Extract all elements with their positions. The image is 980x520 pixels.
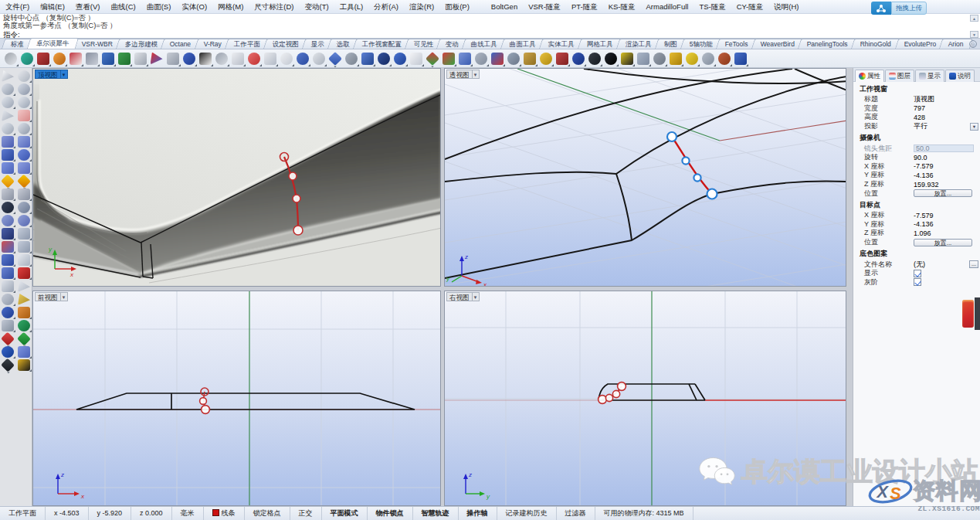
ribbon-tab[interactable]: WeaverBird bbox=[751, 39, 804, 49]
ribbon-tab[interactable]: PanelingTools bbox=[798, 39, 857, 49]
viewport-front[interactable]: z x 前视图▼ bbox=[32, 291, 441, 506]
viewport-perspective[interactable]: z y x 透视图▼ bbox=[444, 68, 846, 287]
menu-item[interactable]: ArmadilloFull bbox=[641, 0, 694, 14]
menu-item[interactable]: 变动(T) bbox=[300, 0, 334, 14]
status-cell[interactable]: 操作轴 bbox=[459, 507, 497, 520]
cube-icon[interactable] bbox=[2, 254, 14, 266]
boolean-icon[interactable] bbox=[2, 202, 14, 213]
grayscale-checkbox[interactable] bbox=[914, 278, 921, 286]
cylinder-icon[interactable] bbox=[2, 162, 14, 174]
ribbon-tab[interactable]: Arion bbox=[939, 39, 973, 49]
drop-icon[interactable] bbox=[183, 53, 195, 65]
spiral-icon[interactable] bbox=[653, 53, 666, 65]
ribbon-tab[interactable]: EvolutePro bbox=[894, 39, 945, 49]
a-circle-icon[interactable] bbox=[605, 53, 617, 65]
tree-icon[interactable] bbox=[18, 320, 30, 331]
red-arrows-icon[interactable] bbox=[1, 332, 15, 346]
molecule-icon[interactable] bbox=[507, 53, 520, 65]
ring-arrow-icon[interactable] bbox=[215, 53, 228, 65]
browse-button[interactable]: ... bbox=[969, 260, 978, 268]
pair-icon[interactable] bbox=[2, 294, 14, 305]
fillet-icon[interactable] bbox=[2, 189, 14, 200]
ribbon-tab[interactable]: 多边形建模 bbox=[116, 39, 168, 49]
menu-item[interactable]: 实体(O) bbox=[176, 0, 212, 14]
blue-c-icon[interactable] bbox=[2, 307, 14, 318]
command-scrollbar[interactable]: ▲ ▼ bbox=[970, 15, 978, 38]
point-icon[interactable] bbox=[18, 70, 30, 82]
menu-item[interactable]: 说明(H) bbox=[768, 0, 804, 14]
status-cell[interactable]: x -4.503 bbox=[46, 507, 89, 520]
boolean2-icon[interactable] bbox=[18, 202, 30, 213]
status-cell[interactable]: z 0.000 bbox=[131, 507, 172, 520]
check-icon[interactable] bbox=[18, 280, 30, 292]
explode-icon[interactable] bbox=[17, 175, 31, 189]
ribbon-tab[interactable]: 设定视图 bbox=[263, 39, 308, 49]
viewport-right[interactable]: z y 右视图▼ bbox=[444, 291, 846, 506]
status-cell[interactable]: 记录建构历史 bbox=[497, 507, 557, 520]
green-arrows-icon[interactable] bbox=[17, 332, 31, 346]
field-value[interactable]: -7.579 bbox=[914, 162, 934, 170]
bw-checker-icon[interactable] bbox=[199, 53, 212, 65]
wallpaper-file-value[interactable]: (无) bbox=[914, 260, 925, 270]
menu-item[interactable]: 尺寸标注(D) bbox=[249, 0, 299, 14]
menu-item[interactable]: 曲面(S) bbox=[141, 0, 177, 14]
surface2-icon[interactable] bbox=[18, 162, 30, 174]
banana-icon[interactable] bbox=[686, 53, 698, 65]
arc-blue-icon[interactable] bbox=[18, 215, 30, 226]
yellow-box-icon[interactable] bbox=[621, 53, 633, 65]
viewport-front-dropdown-icon[interactable]: ▼ bbox=[61, 292, 68, 301]
status-cell[interactable]: y -5.920 bbox=[89, 507, 132, 520]
terrain-icon[interactable] bbox=[118, 53, 131, 65]
upload-widget[interactable]: 拖拽上传 bbox=[871, 2, 927, 15]
surface-icon[interactable] bbox=[18, 136, 30, 148]
robot-icon[interactable] bbox=[2, 320, 14, 331]
handle-curve-icon[interactable] bbox=[702, 53, 714, 65]
field-value[interactable]: 159.932 bbox=[914, 181, 939, 189]
field-value[interactable]: 顶视图 bbox=[914, 94, 934, 104]
viewport-perspective-dropdown-icon[interactable]: ▼ bbox=[473, 70, 480, 79]
move-cross-icon[interactable] bbox=[425, 51, 439, 65]
rainbow-tri-icon[interactable] bbox=[151, 53, 163, 65]
dot-sphere-icon[interactable] bbox=[345, 53, 358, 65]
field-value[interactable]: -7.579 bbox=[914, 212, 934, 219]
net-icon[interactable] bbox=[18, 359, 30, 371]
bowl-icon[interactable] bbox=[313, 53, 325, 65]
panel-tab-display[interactable]: 显示 bbox=[915, 70, 944, 82]
squares-icon[interactable] bbox=[2, 241, 14, 253]
menu-item[interactable]: 面板(P) bbox=[439, 0, 475, 14]
select-arrow-icon[interactable] bbox=[2, 70, 14, 82]
target-place-button[interactable]: 放置... bbox=[914, 239, 972, 246]
curvebool-icon[interactable] bbox=[2, 215, 14, 226]
circle-dot-icon[interactable] bbox=[280, 53, 293, 65]
lamp-icon[interactable] bbox=[18, 267, 30, 279]
scissors-icon[interactable] bbox=[1, 359, 15, 372]
viewport-right-dropdown-icon[interactable]: ▼ bbox=[473, 292, 480, 301]
chamfer-icon[interactable] bbox=[18, 189, 30, 200]
curve-points-icon[interactable] bbox=[475, 53, 487, 65]
red-circle-icon[interactable] bbox=[248, 53, 260, 65]
menu-item[interactable]: KS-随意 bbox=[603, 0, 641, 14]
status-cell[interactable]: 可用的物理内存: 4315 MB bbox=[595, 507, 693, 520]
field-value[interactable]: 797 bbox=[914, 104, 925, 112]
mannequin-icon[interactable] bbox=[134, 53, 147, 65]
menu-item[interactable]: 曲线(C) bbox=[105, 0, 141, 14]
menu-item[interactable]: VSR-随意 bbox=[523, 0, 566, 14]
pencil-icon[interactable] bbox=[18, 294, 30, 305]
text-icon[interactable] bbox=[2, 228, 14, 240]
scroll-down-icon[interactable]: ▼ bbox=[970, 31, 978, 38]
status-cell[interactable]: 物件锁点 bbox=[368, 507, 413, 520]
dotline-icon[interactable] bbox=[18, 228, 30, 240]
viewport-top-dropdown-icon[interactable]: ▼ bbox=[61, 70, 68, 79]
grid888-icon[interactable] bbox=[2, 267, 14, 279]
people-icon[interactable] bbox=[718, 53, 731, 65]
status-cell[interactable]: 过滤器 bbox=[557, 507, 595, 520]
spheres-icon[interactable] bbox=[18, 149, 30, 161]
menu-item[interactable]: 分析(A) bbox=[368, 0, 404, 14]
duck-icon[interactable] bbox=[540, 53, 552, 65]
upload-button[interactable]: 拖拽上传 bbox=[891, 2, 927, 15]
patch-icon[interactable] bbox=[2, 136, 14, 148]
menu-item[interactable]: 工具(L) bbox=[334, 0, 369, 14]
blue-box-icon[interactable] bbox=[102, 53, 114, 65]
camera-icon[interactable] bbox=[18, 307, 30, 318]
ribbon-tab[interactable]: VSR-WBR bbox=[72, 39, 121, 49]
